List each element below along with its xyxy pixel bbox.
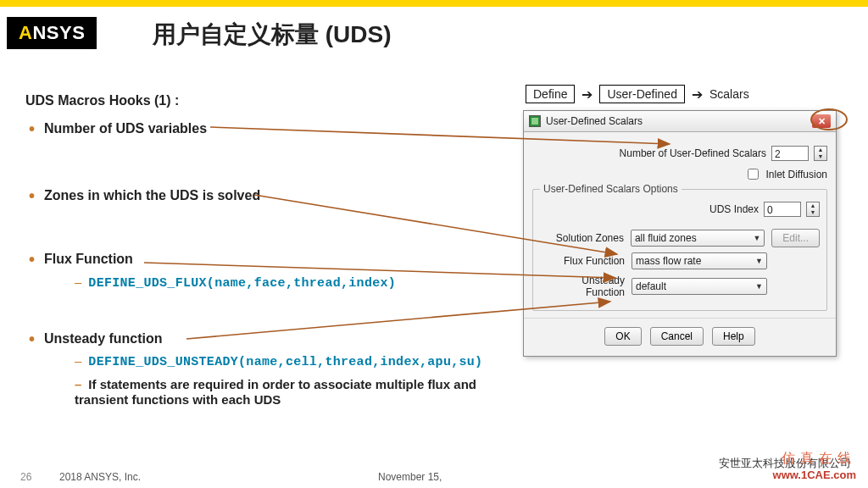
chevron-down-icon[interactable]: ▼: [807, 209, 819, 216]
cancel-button[interactable]: Cancel: [650, 327, 704, 346]
flux-function-label: Flux Function: [540, 255, 625, 267]
solution-zones-select[interactable]: all fluid zones: [631, 230, 765, 247]
slide-title: 用户自定义标量 (UDS): [153, 19, 392, 51]
bullet-unsteady: Unsteady function –DEFINE_UDS_UNSTEADY(n…: [25, 330, 500, 408]
dialog-titlebar[interactable]: User-Defined Scalars ✕: [524, 111, 836, 132]
num-scalars-input[interactable]: 2: [771, 146, 809, 161]
flux-code: DEFINE_UDS_FLUX(name,face,thread,index): [88, 276, 396, 291]
ok-button[interactable]: OK: [604, 327, 641, 346]
chevron-up-icon[interactable]: ▲: [807, 202, 819, 209]
flux-code-line: –DEFINE_UDS_FLUX(name,face,thread,index): [44, 274, 500, 291]
flux-function-value: mass flow rate: [636, 255, 701, 267]
unsteady-code-line: –DEFINE_UDS_UNSTEADY(name,cell,thread,in…: [44, 353, 500, 370]
uds-index-input[interactable]: 0: [764, 202, 801, 217]
flux-function-select[interactable]: mass flow rate: [632, 252, 767, 269]
left-column: UDS Macros Hooks (1) : Number of UDS var…: [25, 93, 500, 408]
solution-zones-value: all fluid zones: [635, 232, 697, 244]
uds-options-group: User-Defined Scalars Options UDS Index 0…: [532, 189, 827, 311]
crumb-user-defined: User-Defined: [599, 85, 684, 103]
unsteady-function-select[interactable]: default: [632, 278, 767, 295]
dialog-body: Number of User-Defined Scalars 2 ▲▼ Inle…: [524, 132, 836, 318]
bullet-unsteady-label: Unsteady function: [44, 331, 163, 346]
bullet-flux: Flux Function –DEFINE_UDS_FLUX(name,face…: [25, 251, 500, 291]
edit-button[interactable]: Edit...: [771, 229, 820, 247]
unsteady-function-label: Unsteady Function: [540, 274, 625, 298]
arrow-right-icon: ➔: [692, 86, 703, 103]
solution-zones-label: Solution Zones: [540, 232, 624, 244]
uds-index-label: UDS Index: [709, 203, 759, 215]
footer: 26 2018 ANSYS, Inc. November 15, 安世亚太科技股…: [0, 461, 868, 483]
unsteady-code: DEFINE_UDS_UNSTEADY(name,cell,thread,ind…: [88, 355, 482, 369]
row-uds-index: UDS Index 0 ▲▼: [540, 202, 820, 217]
row-flux-function: Flux Function mass flow rate: [540, 252, 820, 269]
arrow-right-icon: ➔: [581, 86, 593, 103]
watermark-cn: 仿真在线: [782, 450, 856, 468]
unsteady-function-value: default: [636, 280, 666, 292]
close-icon[interactable]: ✕: [812, 114, 831, 128]
dash-icon: –: [75, 377, 81, 391]
num-scalars-label: Number of User-Defined Scalars: [620, 147, 766, 159]
slide-number: 26: [20, 471, 31, 483]
section-subhead: UDS Macros Hooks (1) :: [25, 93, 500, 108]
inlet-diffusion-label: Inlet Diffusion: [766, 169, 828, 180]
bullet-flux-label: Flux Function: [44, 252, 133, 266]
dialog-button-row: OK Cancel Help: [524, 318, 836, 356]
unsteady-note: If statements are required in order to a…: [75, 377, 476, 407]
top-accent-bar: [0, 0, 868, 7]
dialog-app-icon: [529, 115, 541, 127]
row-num-scalars: Number of User-Defined Scalars 2 ▲▼: [532, 146, 827, 161]
group-title: User-Defined Scalars Options: [540, 183, 682, 195]
help-button[interactable]: Help: [712, 327, 755, 346]
row-unsteady-function: Unsteady Function default: [540, 274, 820, 298]
unsteady-note-line: –If statements are required in order to …: [44, 377, 500, 408]
bullet-list: Number of UDS variables Zones in which t…: [25, 120, 500, 408]
footer-date: November 15,: [378, 471, 442, 483]
crumb-define: Define: [526, 85, 575, 103]
uds-index-stepper[interactable]: ▲▼: [806, 202, 820, 217]
logo-a: A: [19, 22, 32, 43]
dash-icon: –: [75, 353, 81, 368]
bullet-num-uds: Number of UDS variables: [25, 120, 500, 136]
dialog-title-text: User-Defined Scalars: [546, 115, 643, 127]
breadcrumb: Define ➔ User-Defined ➔ Scalars: [526, 85, 749, 103]
chevron-up-icon[interactable]: ▲: [815, 147, 826, 153]
dash-icon: –: [75, 274, 81, 289]
ansys-logo: ANSYS: [7, 17, 97, 49]
num-scalars-stepper[interactable]: ▲▼: [814, 146, 827, 161]
row-solution-zones: Solution Zones all fluid zones Edit...: [540, 229, 820, 247]
bullet-zones: Zones in which the UDS is solved: [25, 187, 500, 203]
crumb-scalars: Scalars: [709, 87, 749, 101]
copyright: 2018 ANSYS, Inc.: [59, 471, 141, 483]
logo-rest: NSYS: [32, 22, 85, 43]
watermark-url: www.1CAE.com: [773, 469, 856, 481]
inlet-diffusion-checkbox[interactable]: [748, 169, 759, 180]
chevron-down-icon[interactable]: ▼: [815, 153, 826, 160]
uds-dialog: User-Defined Scalars ✕ Number of User-De…: [523, 110, 837, 357]
row-inlet-diffusion: Inlet Diffusion: [532, 166, 827, 182]
